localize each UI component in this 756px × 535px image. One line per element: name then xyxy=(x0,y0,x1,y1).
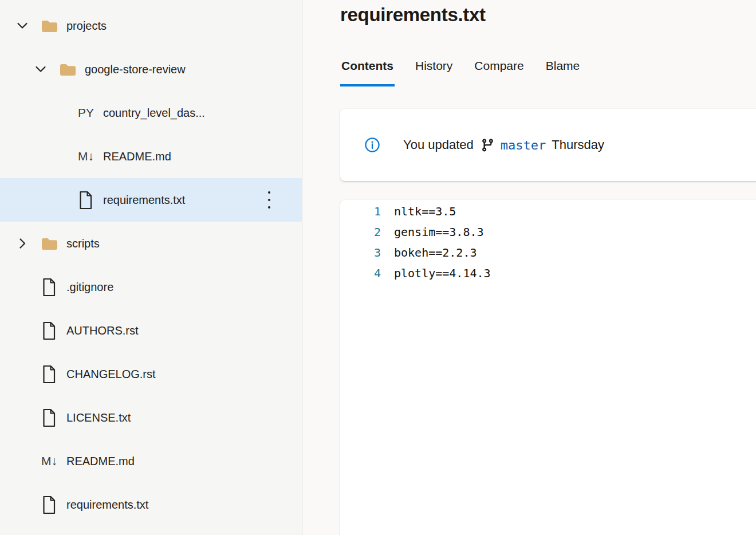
chevron-right-icon[interactable] xyxy=(16,237,29,250)
folder-icon xyxy=(41,19,58,33)
tab-bar: Contents History Compare Blame xyxy=(340,59,756,86)
tab-compare[interactable]: Compare xyxy=(473,59,525,86)
code-block: 1 nltk==3.5 2 gensim==3.8.3 3 bokeh==2.2… xyxy=(340,201,756,284)
line-number[interactable]: 4 xyxy=(340,263,381,284)
line-text: bokeh==2.2.3 xyxy=(394,242,477,263)
tree-item-label: CHANGELOG.rst xyxy=(66,368,156,381)
line-number[interactable]: 3 xyxy=(340,242,381,263)
line-text: nltk==3.5 xyxy=(394,201,456,222)
code-line: 4 plotly==4.14.3 xyxy=(340,263,756,284)
tree-item-country-level-das-[interactable]: PY country_level_das... xyxy=(0,91,302,135)
file-icon xyxy=(41,321,57,340)
chevron-down-icon[interactable] xyxy=(34,63,47,76)
tree-item-label: .gitignore xyxy=(66,281,113,294)
python-file-icon: PY xyxy=(78,106,94,120)
tree-item-authors-rst[interactable]: AUTHORS.rst xyxy=(0,309,302,352)
file-icon xyxy=(78,191,93,210)
tree-item-projects[interactable]: projects xyxy=(0,4,302,48)
banner-message: You updated master Thursday xyxy=(403,137,604,152)
file-icon xyxy=(41,408,57,427)
info-icon xyxy=(364,137,380,153)
tree-item-changelog-rst[interactable]: CHANGELOG.rst xyxy=(0,352,302,396)
file-icon xyxy=(41,365,57,384)
tab-history[interactable]: History xyxy=(414,59,454,86)
tree-item-label: projects xyxy=(66,19,107,33)
item-menu-button[interactable] xyxy=(265,188,274,212)
code-line: 1 nltk==3.5 xyxy=(340,201,756,222)
file-tree-sidebar: projects google-store-review PY xyxy=(0,0,302,535)
tree-item-license-txt[interactable]: LICENSE.txt xyxy=(0,396,302,439)
tab-contents[interactable]: Contents xyxy=(340,59,395,86)
tree-item-label: README.md xyxy=(66,455,135,468)
line-text: plotly==4.14.3 xyxy=(394,263,491,284)
line-number[interactable]: 1 xyxy=(340,201,381,222)
markdown-file-icon: M↓ xyxy=(41,454,57,468)
banner-text-after: Thursday xyxy=(552,137,604,152)
code-line: 3 bokeh==2.2.3 xyxy=(340,242,756,263)
file-tree: projects google-store-review PY xyxy=(0,4,302,526)
tree-item--gitignore[interactable]: .gitignore xyxy=(0,265,302,309)
repo-file-browser: projects google-store-review PY xyxy=(0,0,756,535)
tree-item-readme-md[interactable]: M↓ README.md xyxy=(0,439,302,483)
update-banner: You updated master Thursday xyxy=(340,109,756,181)
tree-item-label: AUTHORS.rst xyxy=(66,324,139,337)
tree-item-label: scripts xyxy=(66,237,100,250)
tree-item-scripts[interactable]: scripts xyxy=(0,222,302,265)
line-text: gensim==3.8.3 xyxy=(394,222,484,242)
tree-item-label: requirements.txt xyxy=(66,498,148,512)
markdown-file-icon: M↓ xyxy=(78,150,94,163)
file-content-panel: requirements.txt Contents History Compar… xyxy=(302,0,756,535)
file-icon xyxy=(41,495,57,514)
tree-item-readme-md[interactable]: M↓ README.md xyxy=(0,135,302,178)
line-number[interactable]: 2 xyxy=(340,222,381,242)
tree-item-label: README.md xyxy=(103,150,171,163)
file-icon xyxy=(41,278,57,297)
tree-item-requirements-txt[interactable]: requirements.txt xyxy=(0,178,302,222)
tree-item-google-store-review[interactable]: google-store-review xyxy=(0,48,302,91)
banner-text-before: You updated xyxy=(403,137,474,152)
chevron-down-icon[interactable] xyxy=(16,19,29,32)
tree-item-label: google-store-review xyxy=(85,63,186,76)
folder-icon xyxy=(41,237,58,250)
tree-item-label: requirements.txt xyxy=(103,194,185,207)
file-contents-viewer: 1 nltk==3.5 2 gensim==3.8.3 3 bokeh==2.2… xyxy=(340,200,756,535)
code-line: 2 gensim==3.8.3 xyxy=(340,222,756,242)
branch-link[interactable]: master xyxy=(501,138,546,152)
git-branch-icon xyxy=(481,138,495,152)
page-title: requirements.txt xyxy=(340,3,756,26)
tree-item-requirements-txt[interactable]: requirements.txt xyxy=(0,483,302,526)
tab-blame[interactable]: Blame xyxy=(545,59,581,86)
tree-item-label: country_level_das... xyxy=(103,107,205,120)
tree-item-label: LICENSE.txt xyxy=(66,411,131,424)
folder-icon xyxy=(60,63,76,76)
